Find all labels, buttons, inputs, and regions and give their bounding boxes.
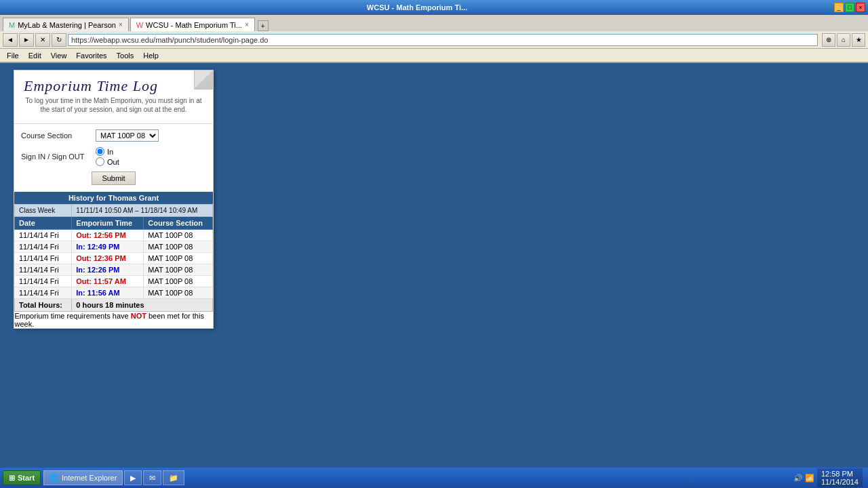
window-title: WCSU - Math Emporium Ti... [3, 3, 831, 12]
table-row: 11/14/14 Fri Out: 12:56 PM MAT 100P 08 [15, 230, 213, 241]
row-section: MAT 100P 08 [144, 241, 213, 253]
taskbar-mediaplayer[interactable]: ▶ [124, 470, 142, 485]
menu-tools[interactable]: Tools [113, 51, 138, 60]
row-section: MAT 100P 08 [144, 264, 213, 276]
taskbar-explorer[interactable]: 📁 [163, 470, 184, 485]
warning-text: Emporium time requirements have NOT been… [15, 312, 213, 329]
submit-row: Submit [21, 171, 206, 185]
content-area: Emporium Time Log To log your time in th… [0, 63, 868, 473]
taskbar-outlook[interactable]: ✉ [143, 470, 161, 485]
back-btn[interactable]: ◄ [3, 33, 18, 47]
row-date: 11/14/14 Fri [15, 287, 72, 299]
history-header: History for Thomas Grant [14, 192, 213, 204]
taskbar-ie[interactable]: 🌐 Internet Explorer [43, 470, 123, 485]
tab-wcsu[interactable]: W WCSU - Math Emporium Ti... × [130, 18, 255, 31]
row-date: 11/14/14 Fri [15, 264, 72, 276]
col-course-section: Course Section [144, 217, 213, 230]
row-date: 11/14/14 Fri [15, 241, 72, 253]
radio-out-option[interactable]: Out [96, 157, 119, 166]
table-row: 11/14/14 Fri In: 12:49 PM MAT 100P 08 [15, 241, 213, 253]
forward-btn[interactable]: ► [19, 33, 34, 47]
stop-btn[interactable]: ✕ [35, 33, 50, 47]
tab-pearson[interactable]: M MyLab & Mastering | Pearson × [3, 18, 129, 31]
tab-bar: M MyLab & Mastering | Pearson × W WCSU -… [0, 15, 868, 31]
tab-icon-wcsu: W [136, 21, 143, 29]
class-week-label: Class Week [15, 205, 72, 217]
radio-in-label: In [107, 148, 113, 156]
col-emporium-time: Emporium Time [72, 217, 144, 230]
course-section-select[interactable]: MAT 100P 08 MAT 100P 09 MAT 100P 10 [96, 129, 159, 142]
row-date: 11/14/14 Fri [15, 253, 72, 264]
history-section: History for Thomas Grant Class Week 11/1… [14, 192, 213, 328]
total-value: 0 hours 18 minutes [72, 299, 213, 312]
menu-view[interactable]: View [47, 51, 71, 60]
course-section-control: MAT 100P 08 MAT 100P 09 MAT 100P 10 [96, 129, 159, 142]
row-time: In: 11:56 AM [72, 287, 144, 299]
taskbar-items: 🌐 Internet Explorer ▶ ✉ 📁 [43, 470, 791, 485]
form-area: Course Section MAT 100P 08 MAT 100P 09 M… [14, 124, 213, 190]
menu-favorites[interactable]: Favorites [72, 51, 111, 60]
page-container: Emporium Time Log To log your time in th… [14, 70, 214, 329]
row-section: MAT 100P 08 [144, 287, 213, 299]
radio-out[interactable] [96, 157, 104, 166]
header-area: Emporium Time Log To log your time in th… [14, 70, 213, 124]
tab-close-pearson[interactable]: × [119, 21, 123, 28]
col-header-row: Date Emporium Time Course Section [15, 217, 213, 230]
page-fold [194, 70, 213, 89]
start-icon: ⊞ [9, 474, 15, 483]
row-section: MAT 100P 08 [144, 230, 213, 241]
row-time: Out: 12:36 PM [72, 253, 144, 264]
browser-chrome: WCSU - Math Emporium Ti... _ □ × M MyLab… [0, 0, 868, 63]
radio-in-option[interactable]: In [96, 147, 119, 156]
radio-group: In Out [96, 147, 119, 166]
row-time: In: 12:26 PM [72, 264, 144, 276]
table-row: 11/14/14 Fri In: 11:56 AM MAT 100P 08 [15, 287, 213, 299]
refresh-btn[interactable]: ↻ [52, 33, 66, 47]
row-time: Out: 11:57 AM [72, 276, 144, 287]
minimize-btn[interactable]: _ [834, 3, 844, 12]
row-section: MAT 100P 08 [144, 253, 213, 264]
close-btn[interactable]: × [856, 3, 865, 12]
menu-file[interactable]: File [3, 51, 23, 60]
page-subtitle: To log your time in the Math Emporium, y… [24, 96, 203, 114]
tab-icon-pearson: M [9, 21, 15, 29]
row-time: In: 12:49 PM [72, 241, 144, 253]
home-btn[interactable]: ⌂ [837, 33, 850, 47]
outlook-icon: ✉ [149, 474, 155, 483]
clock: 12:58 PM 11/14/2014 [817, 468, 863, 487]
row-date: 11/14/14 Fri [15, 276, 72, 287]
menu-edit[interactable]: Edit [24, 51, 45, 60]
page-title: Emporium Time Log [24, 77, 203, 95]
tab-close-wcsu[interactable]: × [245, 21, 249, 28]
sign-in-out-row: Sign IN / Sign OUT In Out [21, 147, 206, 166]
tray-icons: 🔊 📶 [793, 474, 814, 483]
folder-icon: 📁 [169, 474, 178, 483]
submit-button[interactable]: Submit [92, 171, 135, 185]
favorites-star[interactable]: ★ [852, 33, 865, 47]
warning-row: Emporium time requirements have NOT been… [15, 312, 213, 329]
week-row: Class Week 11/11/14 10:50 AM – 11/18/14 … [15, 205, 213, 217]
media-icon: ▶ [130, 474, 136, 483]
radio-in[interactable] [96, 147, 104, 156]
title-bar: WCSU - Math Emporium Ti... _ □ × [0, 0, 868, 15]
total-row: Total Hours: 0 hours 18 minutes [15, 299, 213, 312]
menu-help[interactable]: Help [139, 51, 163, 60]
table-row: 11/14/14 Fri Out: 12:36 PM MAT 100P 08 [15, 253, 213, 264]
row-section: MAT 100P 08 [144, 276, 213, 287]
col-date: Date [15, 217, 72, 230]
history-table: Class Week 11/11/14 10:50 AM – 11/18/14 … [14, 204, 213, 328]
taskbar: ⊞ Start 🌐 Internet Explorer ▶ ✉ 📁 🔊 📶 12… [0, 468, 868, 488]
class-week-value: 11/11/14 10:50 AM – 11/18/14 10:49 AM [72, 205, 213, 217]
maximize-btn[interactable]: □ [845, 3, 854, 12]
sign-in-out-label: Sign IN / Sign OUT [21, 152, 96, 161]
total-label: Total Hours: [15, 299, 72, 312]
new-tab-btn[interactable]: + [258, 20, 269, 31]
address-bar[interactable]: https://webapp.wcsu.edu/math/punch/stude… [68, 34, 818, 46]
taskbar-tray: 🔊 📶 12:58 PM 11/14/2014 [793, 468, 865, 487]
start-button[interactable]: ⊞ Start [3, 470, 41, 485]
table-row: 11/14/14 Fri Out: 11:57 AM MAT 100P 08 [15, 276, 213, 287]
row-date: 11/14/14 Fri [15, 230, 72, 241]
ie-icon: 🌐 [50, 474, 59, 483]
row-time: Out: 12:56 PM [72, 230, 144, 241]
search-go-btn[interactable]: ⊕ [822, 33, 835, 47]
